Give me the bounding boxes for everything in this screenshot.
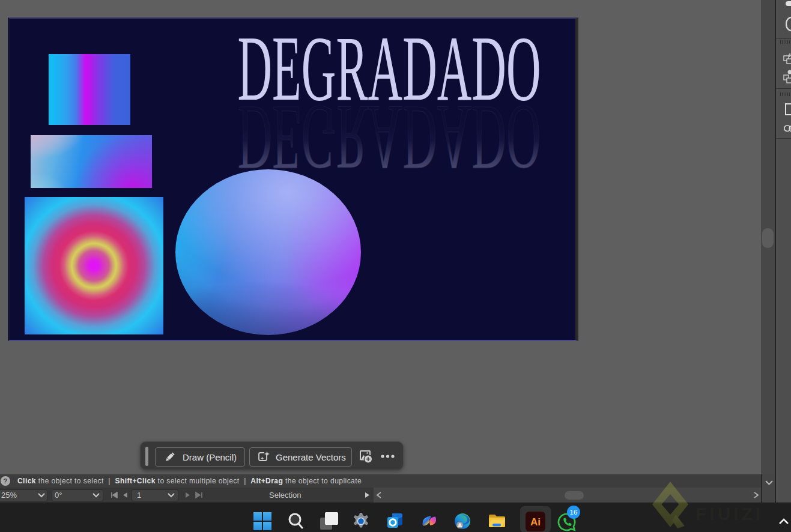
svg-text:16: 16 (570, 509, 578, 516)
svg-text:Ai: Ai (530, 516, 541, 528)
svg-text:?: ? (3, 477, 7, 485)
svg-text:DEGRADADO: DEGRADADO (238, 87, 541, 189)
